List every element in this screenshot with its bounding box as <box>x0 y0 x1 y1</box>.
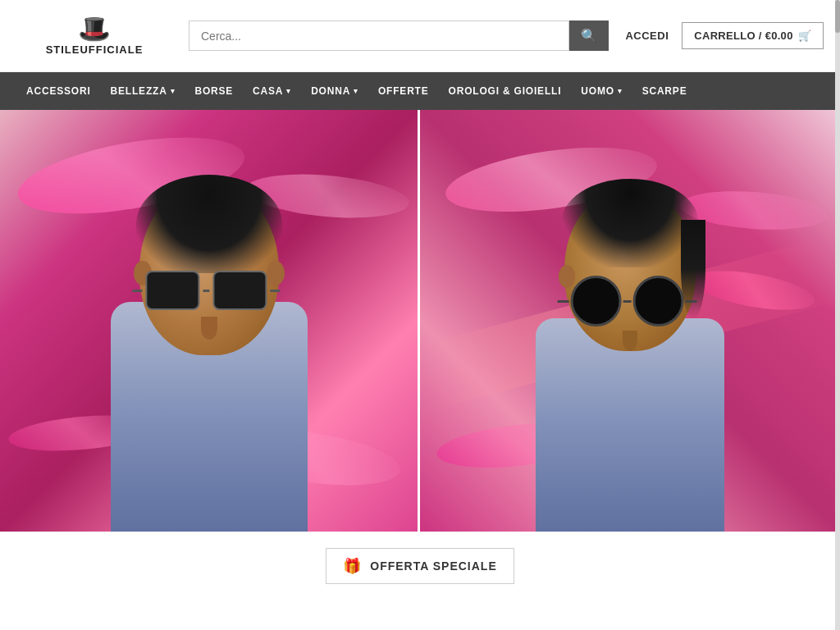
chevron-down-icon: ▾ <box>354 87 358 95</box>
scrollbar-thumb[interactable] <box>835 0 840 33</box>
gift-icon: 🎁 <box>343 557 362 575</box>
cart-label: CARRELLO / €0.00 <box>694 30 792 42</box>
logo-area[interactable]: 🎩 STILEUFFICIALE <box>16 16 172 56</box>
nav-item-accessori[interactable]: ACCESSORI <box>16 72 101 110</box>
nav-item-offerte[interactable]: OFFERTE <box>368 72 439 110</box>
nav-item-bellezza[interactable]: BELLEZZA ▾ <box>101 72 185 110</box>
offerta-badge[interactable]: 🎁 OFFERTA SPECIALE <box>326 548 514 584</box>
nav-item-donna[interactable]: DONNA ▾ <box>301 72 368 110</box>
hero-left-panel <box>0 110 420 532</box>
logo-text: STILEUFFICIALE <box>46 43 144 56</box>
nav-item-scarpe[interactable]: SCARPE <box>632 72 697 110</box>
nav-item-orologi[interactable]: OROLOGI & GIOIELLI <box>439 72 572 110</box>
header-actions: ACCEDI CARRELLO / €0.00 🛒 <box>625 22 824 49</box>
main-navigation: ACCESSORI BELLEZZA ▾ BORSE CASA ▾ DONNA … <box>0 72 840 110</box>
chevron-down-icon: ▾ <box>171 87 176 95</box>
search-area: 🔍 <box>189 21 609 51</box>
hero-person-right <box>499 138 761 532</box>
site-header: 🎩 STILEUFFICIALE 🔍 ACCEDI CARRELLO / €0.… <box>0 0 840 72</box>
chevron-down-icon: ▾ <box>286 87 291 95</box>
nav-item-casa[interactable]: CASA ▾ <box>243 72 301 110</box>
search-button[interactable]: 🔍 <box>569 21 609 51</box>
offerta-section: 🎁 OFFERTA SPECIALE <box>0 532 840 600</box>
cart-button[interactable]: CARRELLO / €0.00 🛒 <box>682 22 824 49</box>
hero-right-panel <box>420 110 840 532</box>
hero-person-left <box>78 138 340 532</box>
cart-icon: 🛒 <box>798 30 811 42</box>
offerta-label: OFFERTA SPECIALE <box>370 559 496 573</box>
nav-item-borse[interactable]: BORSE <box>185 72 243 110</box>
nav-item-uomo[interactable]: UOMO ▾ <box>571 72 632 110</box>
scrollbar[interactable] <box>835 0 840 600</box>
logo-icon: 🎩 <box>78 16 111 42</box>
chevron-down-icon: ▾ <box>618 87 623 95</box>
hero-banner <box>0 110 840 532</box>
login-link[interactable]: ACCEDI <box>625 30 669 42</box>
search-input[interactable] <box>189 21 569 51</box>
